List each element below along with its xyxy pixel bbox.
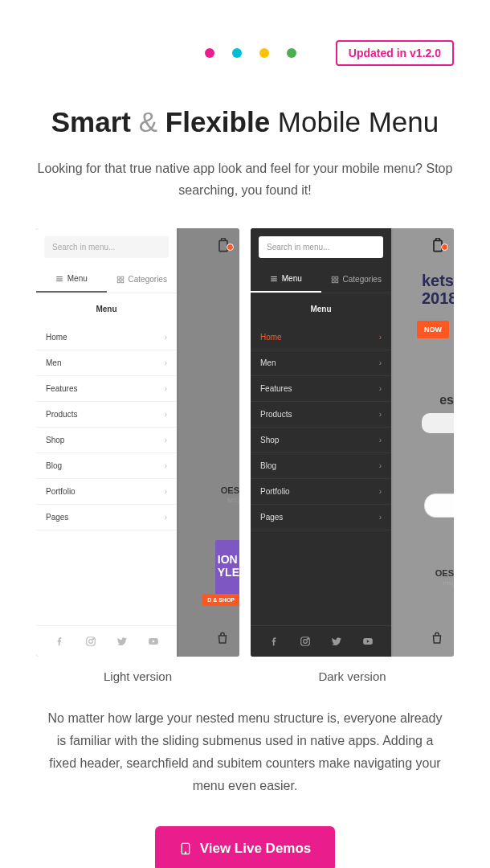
tab-menu[interactable]: Menu [251, 266, 321, 293]
menu-icon [55, 275, 63, 283]
menu-item-home[interactable]: Home› [36, 325, 177, 350]
bg-oes2: OES [435, 568, 454, 578]
color-dots [205, 48, 296, 58]
svg-rect-15 [332, 276, 334, 279]
bg-oes: OES [221, 485, 239, 495]
chevron-right-icon: › [379, 410, 382, 419]
svg-point-21 [308, 639, 308, 640]
tab-menu-label: Menu [67, 274, 88, 283]
search-input[interactable]: Search in menu... [44, 236, 169, 258]
menu-item-pages[interactable]: Pages› [251, 505, 391, 530]
youtube-icon[interactable] [362, 636, 374, 647]
svg-rect-5 [120, 276, 123, 279]
chevron-right-icon: › [379, 384, 382, 393]
light-caption: Light version [36, 669, 239, 683]
chevron-right-icon: › [165, 513, 167, 522]
title-rest: Mobile Menu [278, 106, 439, 137]
menu-item-shop[interactable]: Shop› [251, 428, 391, 453]
tab-categories[interactable]: Categories [321, 266, 392, 293]
dark-caption: Dark version [251, 669, 454, 683]
tabs: Menu Categories [251, 266, 391, 293]
tab-menu[interactable]: Menu [36, 266, 107, 293]
svg-point-20 [304, 640, 308, 644]
menu-item-shop[interactable]: Shop› [36, 428, 177, 453]
chevron-right-icon: › [165, 410, 167, 419]
chevron-right-icon: › [379, 513, 382, 522]
tablet-icon [179, 841, 192, 857]
svg-rect-18 [335, 280, 337, 283]
svg-rect-16 [335, 276, 337, 279]
bg-fashion: IONYLE [218, 554, 239, 579]
chevron-right-icon: › [165, 436, 167, 444]
bg-shop-btn: D & SHOP [202, 594, 239, 606]
bg-es: es [439, 393, 454, 407]
menu-items: Home› Men› Features› Products› Shop› Blo… [36, 325, 177, 625]
social-row [36, 625, 177, 657]
dot-yellow [259, 48, 269, 58]
bg-shoe2 [424, 493, 454, 518]
tab-menu-label: Menu [282, 274, 302, 283]
version-badge: Updated in v1.2.0 [336, 40, 454, 66]
menu-title: Menu [36, 293, 177, 325]
tab-categories[interactable]: Categories [107, 266, 178, 293]
search-input[interactable]: Search in menu... [259, 236, 383, 258]
view-demos-button[interactable]: View Live Demos [155, 826, 336, 868]
grid-icon [331, 276, 339, 284]
svg-rect-7 [120, 280, 123, 283]
social-row [251, 625, 391, 657]
facebook-icon[interactable] [268, 636, 280, 647]
menu-item-blog[interactable]: Blog› [251, 453, 391, 479]
tab-categories-label: Categories [129, 275, 167, 284]
grid-icon [116, 276, 125, 284]
menu-item-features[interactable]: Features› [36, 376, 177, 402]
instagram-icon[interactable] [85, 636, 96, 647]
menu-title: Menu [251, 293, 391, 325]
description-text: No matter how large your nested menu str… [36, 707, 454, 797]
chevron-right-icon: › [165, 333, 167, 342]
title-smart: Smart [51, 106, 131, 137]
chevron-right-icon: › [165, 358, 167, 367]
bag-icon [430, 631, 444, 645]
svg-rect-6 [117, 280, 120, 283]
menu-item-products[interactable]: Products› [36, 402, 177, 428]
page-title: Smart & Flexible Mobile Menu [36, 106, 454, 138]
menu-item-men[interactable]: Men› [251, 350, 391, 376]
svg-point-10 [93, 639, 94, 640]
lead-text: Looking for that true native app look an… [36, 158, 454, 201]
dark-menu-panel: Search in menu... Menu Categories Menu H… [251, 228, 391, 657]
tabs: Menu Categories [36, 266, 177, 293]
menu-item-blog[interactable]: Blog› [36, 453, 177, 479]
menu-items: Home› Men› Features› Products› Shop› Blo… [251, 325, 391, 625]
svg-point-9 [89, 640, 93, 644]
twitter-icon[interactable] [331, 636, 342, 647]
svg-rect-17 [332, 280, 334, 283]
menu-item-portfolio[interactable]: Portfolio› [251, 479, 391, 505]
svg-point-23 [185, 852, 186, 853]
chevron-right-icon: › [379, 461, 382, 470]
chevron-right-icon: › [165, 461, 167, 470]
menu-item-portfolio[interactable]: Portfolio› [36, 479, 177, 505]
title-flexible: Flexible [165, 106, 270, 137]
menu-item-products[interactable]: Products› [251, 402, 391, 428]
bg-oes2-sub: ms) [443, 579, 454, 587]
bg-oes-sub: MS) [227, 497, 239, 504]
menu-item-men[interactable]: Men› [36, 350, 177, 376]
menu-item-pages[interactable]: Pages› [36, 505, 177, 530]
bag-icon [215, 631, 230, 645]
light-menu-panel: Search in menu... Menu Categories Menu H… [36, 228, 177, 657]
dark-screenshot: kets2018. NOW es OES ms) Search in menu.… [251, 228, 454, 657]
chevron-right-icon: › [379, 333, 382, 342]
facebook-icon[interactable] [54, 636, 65, 647]
twitter-icon[interactable] [116, 636, 128, 647]
svg-rect-4 [117, 276, 120, 279]
bg-shoe [422, 413, 454, 433]
dot-green [287, 48, 296, 58]
menu-item-home[interactable]: Home› [251, 325, 391, 350]
title-amp: & [139, 106, 157, 137]
chevron-right-icon: › [165, 487, 167, 496]
chevron-right-icon: › [379, 487, 382, 496]
instagram-icon[interactable] [300, 636, 311, 647]
tab-categories-label: Categories [343, 275, 382, 284]
menu-item-features[interactable]: Features› [251, 376, 391, 402]
youtube-icon[interactable] [148, 636, 159, 647]
